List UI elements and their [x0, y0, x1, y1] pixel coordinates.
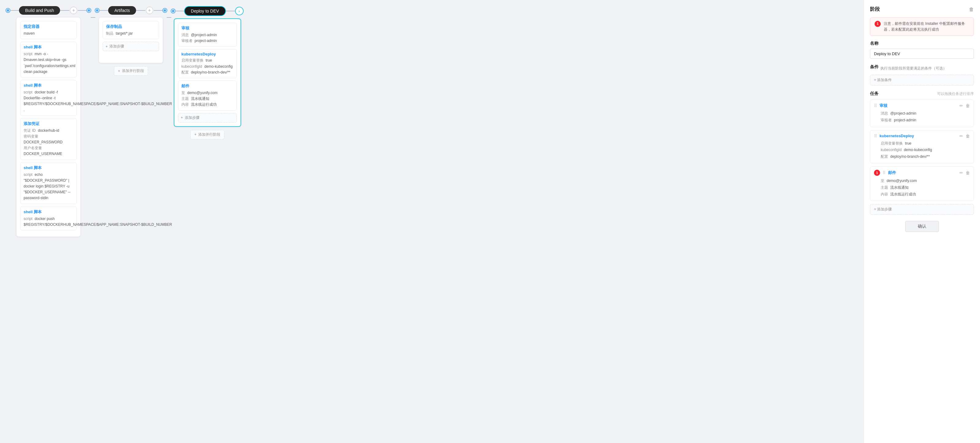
line-before-build [10, 10, 19, 11]
add-condition-button[interactable]: + 添加条件 [870, 75, 974, 86]
line-after-artifacts2 [154, 10, 163, 11]
add-step-artifacts-label: 添加步骤 [110, 44, 124, 49]
panel-task-email-header: 1 ⠿ 邮件 ✏ 🗑 [874, 170, 970, 176]
panel-task-k8s: ⠿ kubernetesDeploy ✏ 🗑 启用变量替换 true kubec… [870, 130, 974, 164]
task-shell-2-title[interactable]: shell 脚本 [24, 83, 73, 88]
panel-task-email: 1 ⠿ 邮件 ✏ 🗑 至 demo@yunify.com 主题 流水线通知 内容… [870, 166, 974, 201]
add-parallel-deploy-plus: + [194, 132, 196, 137]
task-shenhe-msg: 消息 @project-admin [181, 32, 234, 38]
task-email: 邮件 至 demo@yunify.com 主题 流水线通知 内容 流水线运行成功 [178, 81, 237, 111]
stage-artifacts-pill[interactable]: Artifacts [108, 6, 136, 15]
drag-icon-email[interactable]: ⠿ [883, 170, 886, 175]
deploy-end-circle: › [235, 7, 243, 15]
stage-deploy-dev-pill[interactable]: Deploy to DEV [184, 6, 226, 16]
stage-build-push-pill[interactable]: Build and Push [19, 6, 60, 15]
task-shenhe-reviewer: 审核者 project-admin [181, 38, 234, 44]
drag-icon-shenhe[interactable]: ⠿ [874, 103, 877, 108]
add-step-deploy-plus: + [181, 116, 183, 120]
line-after-build2 [78, 10, 87, 11]
add-step-panel-button[interactable]: + 添加步骤 [870, 204, 974, 215]
add-parallel-artifacts-button[interactable]: + 添加并行阶段 [114, 66, 148, 76]
add-step-deploy-label: 添加步骤 [185, 115, 199, 121]
add-parallel-artifacts-plus: + [118, 69, 120, 73]
delete-shenhe-button[interactable]: 🗑 [966, 103, 970, 108]
panel-condition-section: 条件 执行当前阶段所需要满足的条件（可选） + 添加条件 [870, 64, 974, 86]
task-shell-4: shell 脚本 script docker push $REGISTRY/$D… [20, 206, 76, 230]
panel-name-section: 名称 [870, 41, 974, 59]
task-save-artifact-value: 制品 target/*.jar [106, 31, 156, 37]
task-shell-4-title[interactable]: shell 脚本 [24, 209, 73, 215]
delete-email-button[interactable]: 🗑 [966, 170, 970, 175]
edit-k8s-button[interactable]: ✏ [959, 133, 963, 138]
add-step-artifacts-button[interactable]: + 添加步骤 [103, 42, 159, 51]
panel-task-shenhe-name[interactable]: 审核 [880, 103, 888, 108]
panel-shenhe-msg: 消息 @project-admin [874, 110, 970, 117]
panel-task-shenhe-title-row: ⠿ 审核 [874, 103, 888, 108]
panel-tasks-hint: 可以拖拽任务进行排序 [937, 91, 974, 97]
stage-deploy-dev: Deploy to DEV › 审核 消息 @project-admin 审核者… [171, 6, 243, 140]
line-1 [91, 17, 95, 18]
line-2 [167, 17, 171, 18]
add-parallel-deploy-button[interactable]: + 添加并行阶段 [190, 130, 224, 140]
confirm-button[interactable]: 确认 [905, 221, 939, 232]
connector-1-2 [91, 6, 95, 18]
drag-icon-k8s[interactable]: ⠿ [874, 133, 877, 138]
line-before-artifacts [99, 10, 108, 11]
add-after-build-button[interactable]: + [70, 7, 77, 14]
panel-email-body: 内容 流水线运行成功 [874, 191, 970, 198]
email-warning-badge: 1 [874, 170, 880, 176]
task-email-to: 至 demo@yunify.com [181, 90, 234, 96]
stage-build-push-body: 指定容器 maven shell 脚本 script mvn -o -Dmave… [16, 17, 81, 237]
pipeline-row: Build and Push + 指定容器 maven shell 脚本 scr… [6, 6, 858, 237]
task-zhiding-container: 指定容器 maven [20, 21, 76, 39]
end-dot-artifacts [163, 9, 167, 12]
task-save-artifact-title[interactable]: 保存制品 [106, 24, 156, 29]
delete-k8s-button[interactable]: 🗑 [966, 133, 970, 138]
task-shell-3-title[interactable]: shell 脚本 [24, 165, 73, 171]
panel-name-title: 名称 [870, 41, 974, 46]
task-save-artifact: 保存制品 制品 target/*.jar [103, 21, 159, 39]
add-parallel-artifacts-label: 添加并行阶段 [122, 68, 144, 73]
panel-task-email-name[interactable]: 邮件 [888, 170, 896, 176]
panel-k8s-config: 配置 deploy/no-branch-dev/** [874, 154, 970, 160]
end-dot-build [87, 9, 91, 12]
task-zhiding-title[interactable]: 指定容器 [24, 24, 73, 29]
task-credentials-title[interactable]: 添加凭证 [24, 121, 73, 127]
task-credentials-pwd: 密码变量 DOCKER_PASSWORD [24, 133, 73, 145]
task-shell-2-script: script docker build -f Dockerfile--onlin… [24, 89, 73, 113]
task-zhiding-maven: maven [24, 31, 73, 37]
task-shell-1: shell 脚本 script mvn -o -Dmaven.test.skip… [20, 42, 76, 78]
edit-email-button[interactable]: ✏ [959, 170, 963, 175]
task-shell-1-script: script mvn -o -Dmaven.test.skip=true -gs… [24, 51, 73, 75]
panel-condition-title: 条件 [870, 64, 878, 70]
task-shell-3: shell 脚本 script echo "$DOCKER_PASSWORD" … [20, 162, 76, 204]
panel-task-k8s-header: ⠿ kubernetesDeploy ✏ 🗑 [874, 133, 970, 138]
add-step-artifacts-plus: + [105, 44, 108, 49]
panel-shenhe-reviewer: 审核者 project-admin [874, 117, 970, 124]
task-shell-1-title[interactable]: shell 脚本 [24, 44, 73, 50]
start-dot-deploy [171, 9, 175, 13]
notice-text: 注意，邮件需在安装前在 Installer 中配置邮件服务器，若未配置此处将无法… [884, 21, 969, 32]
panel-task-k8s-name[interactable]: kubernetesDeploy [880, 133, 914, 138]
panel-condition-hint: 执行当前阶段所需要满足的条件（可选） [880, 66, 947, 71]
task-shenhe: 审核 消息 @project-admin 审核者 project-admin [178, 23, 237, 46]
panel-name-input[interactable] [870, 49, 974, 59]
panel-task-shenhe: ⠿ 审核 ✏ 🗑 消息 @project-admin 审核者 project-a… [870, 100, 974, 127]
panel-task-k8s-actions: ✏ 🗑 [959, 133, 970, 138]
add-step-deploy-button[interactable]: + 添加步骤 [178, 113, 237, 122]
start-dot-build [6, 9, 10, 12]
add-after-artifacts-button[interactable]: + [146, 7, 153, 14]
task-email-title[interactable]: 邮件 [181, 83, 234, 89]
task-k8s-var-replace: 启用变量替换 true [181, 57, 234, 64]
task-shenhe-title[interactable]: 审核 [181, 25, 234, 31]
connector-2-3 [167, 6, 171, 18]
edit-shenhe-button[interactable]: ✏ [959, 103, 963, 108]
stage-build-push: Build and Push + 指定容器 maven shell 脚本 scr… [6, 6, 91, 237]
panel-task-email-title-row: 1 ⠿ 邮件 [874, 170, 896, 176]
task-k8s-deploy-title[interactable]: kubernetesDeploy [181, 52, 234, 56]
panel-delete-button[interactable]: 🗑 [969, 7, 974, 12]
stage-build-push-header: Build and Push + [6, 6, 91, 15]
line-after-artifacts [136, 10, 145, 11]
panel-task-email-actions: ✏ 🗑 [959, 170, 970, 175]
panel-k8s-var: 启用变量替换 true [874, 140, 970, 147]
